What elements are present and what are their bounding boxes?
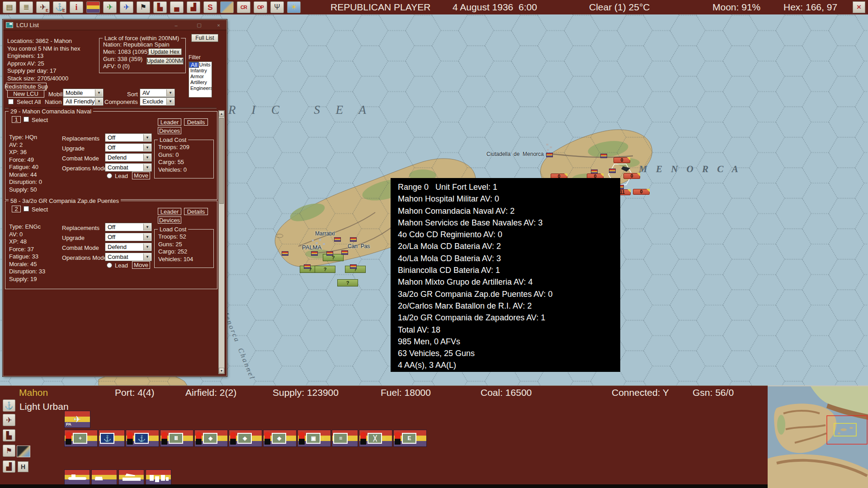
artillery-unit[interactable]: ▣ = (297, 430, 331, 447)
update-hex-button[interactable]: Update Hex (148, 48, 182, 55)
patrol-ships-unit[interactable] (91, 469, 117, 485)
barge-unit[interactable] (146, 469, 171, 485)
map-flag-marker[interactable] (609, 169, 616, 173)
depot-unit[interactable]: ≡ - (332, 430, 358, 447)
filter-option[interactable]: Infantry (189, 68, 212, 74)
mobility-select[interactable]: Mobile▼ (63, 89, 104, 97)
republic-flag-icon[interactable] (86, 1, 100, 13)
map-flag-marker[interactable] (341, 250, 348, 255)
full-list-button[interactable]: Full List (191, 34, 218, 42)
lcu-list-window[interactable]: LCU List – ▢ × Locations: 3862 - Mahon Y… (3, 19, 227, 376)
friendly-air-icon[interactable]: ✈ (103, 1, 117, 13)
filter-option[interactable]: Engineers (189, 85, 212, 91)
unit-1-move-button[interactable]: Move (132, 172, 150, 179)
unit-2-upgrade-select[interactable]: Off▼ (105, 233, 152, 241)
map-flag-marker[interactable] (600, 154, 607, 158)
enemy-air-icon[interactable]: ✈ (120, 1, 133, 13)
task-force-icon[interactable]: ▙ (3, 429, 15, 441)
close-icon[interactable]: × (853, 1, 865, 13)
info-icon[interactable]: i (70, 1, 83, 13)
naval-unit[interactable]: ⚓ - (126, 430, 159, 447)
air-unit-icon[interactable]: ✈ PA (64, 411, 90, 428)
map-flag-marker[interactable] (282, 251, 288, 256)
objective-flag-icon[interactable]: ⚑ (137, 1, 150, 13)
unit-1-select-checkbox[interactable] (24, 117, 29, 122)
unit-2-operations-select[interactable]: Combat▼ (105, 253, 152, 261)
window-titlebar[interactable]: LCU List (3, 20, 226, 30)
sort-select[interactable]: AV▼ (140, 89, 175, 97)
strategic-minimap[interactable] (768, 385, 868, 488)
unit-2-lead-radio[interactable] (107, 263, 112, 268)
nation-select[interactable]: All Friendly▼ (63, 97, 104, 106)
naval-base-icon[interactable]: ⚓ (3, 399, 15, 412)
unit-2-devices-button[interactable]: Devices (158, 216, 181, 224)
hq-unit[interactable]: + = (64, 430, 98, 447)
industry-filter-icon[interactable]: ▟ (3, 460, 15, 473)
unit-1-leader-button[interactable]: Leader (158, 118, 181, 126)
window-close-icon[interactable]: × (215, 22, 222, 28)
unit-2-combat-select[interactable]: Defend▼ (105, 243, 152, 251)
unit-list-scrollbar[interactable]: ▲ ▼ (218, 110, 225, 374)
select-all-checkbox[interactable] (8, 99, 14, 104)
signal-intel-icon[interactable]: Ψ (270, 1, 284, 13)
unit-1-upgrade-select[interactable]: Off▼ (105, 143, 152, 152)
map-flag-marker[interactable] (350, 237, 357, 242)
infantry-unit[interactable]: ╳ = (359, 430, 392, 447)
strategic-icon[interactable]: S (203, 1, 217, 13)
map-unknown-unit[interactable]: ? (315, 266, 335, 273)
map-flag-marker[interactable] (304, 264, 311, 269)
filter-option[interactable]: Artillery (189, 80, 212, 85)
scrollbar-thumb[interactable] (219, 118, 224, 204)
redistribute-sup-button[interactable]: Redistribute Sup (6, 83, 47, 90)
save-icon[interactable]: ▤ (3, 1, 16, 13)
unit-1-number-button[interactable]: 1 (12, 116, 21, 123)
coastal-battery-unit[interactable]: ◈ - (229, 430, 262, 447)
weather-icon[interactable]: ☀ (287, 1, 301, 13)
unit-1-lead-radio[interactable] (107, 173, 112, 178)
unit-2-details-button[interactable]: Details (184, 208, 208, 215)
unit-1-combat-select[interactable]: Defend▼ (105, 153, 152, 162)
maximize-icon[interactable]: ▢ (195, 22, 203, 28)
engineer-unit[interactable]: E = (393, 430, 427, 447)
unit-2-move-button[interactable]: Move (132, 261, 150, 269)
filter-option[interactable]: All (189, 62, 199, 68)
warship-icon[interactable]: ▙ (153, 1, 167, 13)
map-flag-marker[interactable] (334, 237, 341, 242)
coastal-battery-unit[interactable]: ◈ = (194, 430, 228, 447)
map-flag-marker[interactable] (326, 251, 333, 256)
minimize-icon[interactable]: – (172, 22, 180, 28)
map-unknown-unit[interactable]: ? (337, 279, 358, 286)
unit-1-devices-button[interactable]: Devices (158, 127, 181, 134)
map-flag-marker[interactable] (311, 251, 318, 256)
airfield-icon[interactable]: ✈ (3, 414, 15, 426)
unit-2-select-checkbox[interactable] (24, 206, 29, 211)
map-view-icon[interactable] (220, 1, 234, 13)
map-unknown-unit[interactable]: ? (323, 254, 344, 261)
transport-ship-icon[interactable]: ▄ (170, 1, 184, 13)
update-200nm-button[interactable]: Update 200NM (146, 57, 184, 65)
naval-hq-unit[interactable]: ⚓ (99, 430, 125, 447)
coastal-battery-unit[interactable]: ◈ = (263, 430, 297, 447)
map-unit-counter[interactable]: 0 (613, 157, 630, 163)
submarine-unit[interactable] (64, 469, 90, 485)
unit-2-leader-button[interactable]: Leader (158, 208, 181, 215)
filter-listbox[interactable]: AllHQ UnitsInfantryArmorArtilleryEnginee… (189, 61, 212, 98)
naval-groups-icon[interactable]: ⚓E (53, 1, 66, 13)
air-groups-icon[interactable]: ✈E (36, 1, 50, 13)
new-lcu-button[interactable]: New LCU (7, 90, 44, 98)
operations-icon[interactable]: OP (254, 1, 267, 13)
unit-2-number-button[interactable]: 2 (12, 206, 21, 212)
orders-list-icon[interactable]: ≣ (19, 1, 33, 13)
unit-1-details-button[interactable]: Details (184, 118, 208, 126)
map-unit-counter[interactable]: 0 (633, 189, 650, 195)
unit-2-replacements-select[interactable]: Off▼ (105, 223, 152, 231)
unit-1-operations-select[interactable]: Combat▼ (105, 163, 152, 172)
industry-icon[interactable]: ▟ (187, 1, 200, 13)
map-flag-marker[interactable] (546, 153, 553, 157)
minimap-toggle-icon[interactable] (17, 446, 30, 457)
components-select[interactable]: Exclude▼ (140, 97, 175, 106)
hex-toggle-button[interactable]: H (18, 461, 28, 472)
map-flag-marker[interactable] (350, 264, 357, 269)
tender-unit[interactable] (118, 469, 144, 485)
base-forces-unit[interactable]: III (160, 430, 193, 447)
